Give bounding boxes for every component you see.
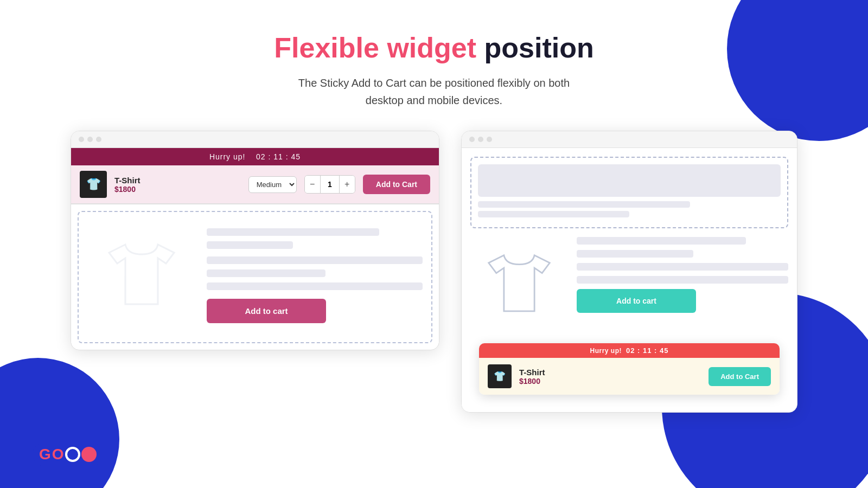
browser-dot-2: [87, 137, 93, 142]
right-text-ph-2: [577, 250, 693, 258]
right-sticky-product-price: $1800: [519, 377, 545, 386]
left-qty-minus[interactable]: −: [305, 176, 320, 193]
right-hurry-label: Hurry up!: [590, 347, 622, 355]
left-page-add-to-cart-button[interactable]: Add to cart: [207, 299, 326, 323]
right-timer-value: 02 : 11 : 45: [626, 346, 669, 355]
right-browser-dot-1: [469, 137, 475, 142]
left-timer-value: 02 : 11 : 45: [256, 152, 301, 161]
right-browser-demo: Add to cart Hurry up! 02 : 11 : 45 👕 T-S: [461, 131, 797, 413]
right-top-dashed-outline: [470, 157, 788, 228]
right-text-ph-3: [577, 263, 788, 271]
left-browser-body: Hurry up! 02 : 11 : 45 👕 T-Shirt $1800 M…: [71, 148, 439, 343]
right-sticky-product-thumb: 👕: [488, 364, 512, 388]
left-hurry-label: Hurry up!: [209, 152, 246, 161]
heading-normal: position: [484, 32, 594, 63]
right-text-ph-1: [577, 237, 746, 245]
right-browser-dot-2: [478, 137, 483, 142]
demos-container: Hurry up! 02 : 11 : 45 👕 T-Shirt $1800 M…: [0, 131, 868, 413]
left-text-ph-2: [207, 241, 293, 249]
logo-letter-o1: O: [52, 446, 64, 463]
right-page-content: Add to cart Hurry up! 02 : 11 : 45 👕 T-S: [462, 148, 797, 412]
left-text-ph-3: [207, 256, 423, 264]
right-product-details: Add to cart: [577, 237, 788, 313]
right-sticky-bar-bottom: Hurry up! 02 : 11 : 45 👕 T-Shirt $1800 A…: [479, 343, 780, 395]
left-sticky-timer-bar: Hurry up! 02 : 11 : 45: [71, 148, 439, 165]
right-mid-ph-2: [478, 211, 629, 217]
left-product-info: T-Shirt $1800: [114, 176, 141, 194]
browser-dot-1: [79, 137, 84, 142]
left-product-price: $1800: [114, 185, 141, 194]
right-hurry-timer-row: Hurry up! 02 : 11 : 45: [479, 343, 780, 358]
left-sticky-product-row: 👕 T-Shirt $1800 Medium Small Large − +: [71, 165, 439, 204]
left-sticky-add-to-cart-button[interactable]: Add to Cart: [363, 175, 430, 194]
gooo-logo: G O: [33, 442, 103, 466]
left-qty-input[interactable]: [320, 176, 340, 193]
left-text-ph-5: [207, 282, 423, 290]
right-browser-body: Add to cart Hurry up! 02 : 11 : 45 👕 T-S: [462, 148, 797, 412]
logo-letter-o3: [81, 447, 97, 462]
right-sticky-add-to-cart-button[interactable]: Add to Cart: [709, 367, 771, 386]
logo-letter-o2: [65, 447, 80, 462]
right-browser-toolbar: [462, 131, 797, 148]
left-qty-control: − +: [304, 175, 355, 194]
logo-letter-g: G: [39, 446, 51, 463]
right-browser-dot-3: [487, 137, 492, 142]
right-page-add-to-cart-button[interactable]: Add to cart: [577, 289, 696, 313]
page-heading: Flexible widget position: [274, 33, 593, 63]
left-text-ph-4: [207, 269, 326, 277]
right-main-area: Add to cart: [470, 237, 788, 335]
left-product-details-area: Add to cart: [207, 223, 423, 323]
right-sticky-product-name: T-Shirt: [519, 368, 545, 377]
heading-highlight: Flexible widget: [274, 32, 476, 63]
left-text-ph-1: [207, 228, 379, 236]
logo-container: G O: [33, 442, 103, 466]
left-page-content: Add to cart: [79, 212, 431, 342]
right-text-ph-4: [577, 276, 788, 284]
right-product-image: [470, 237, 568, 335]
left-product-thumb: 👕: [80, 171, 107, 198]
left-product-name: T-Shirt: [114, 176, 141, 185]
right-shirt-icon: [478, 245, 560, 326]
right-mid-ph-1: [478, 201, 690, 208]
left-browser-demo: Hurry up! 02 : 11 : 45 👕 T-Shirt $1800 M…: [71, 131, 439, 350]
left-product-image: [87, 223, 196, 331]
right-top-ph: [478, 164, 781, 197]
browser-dot-3: [96, 137, 101, 142]
left-qty-plus[interactable]: +: [340, 176, 355, 193]
left-variant-select[interactable]: Medium Small Large: [248, 176, 297, 193]
right-sticky-product-info: T-Shirt $1800: [519, 368, 545, 386]
left-shirt-icon: [98, 234, 185, 320]
left-browser-toolbar: [71, 131, 439, 148]
right-sticky-product-row: 👕 T-Shirt $1800 Add to Cart: [479, 358, 780, 395]
main-content: Flexible widget position The Sticky Add …: [0, 0, 868, 413]
page-subtitle: The Sticky Add to Cart can be positioned…: [298, 74, 570, 109]
left-page-dashed-outline: Add to cart: [78, 211, 432, 343]
